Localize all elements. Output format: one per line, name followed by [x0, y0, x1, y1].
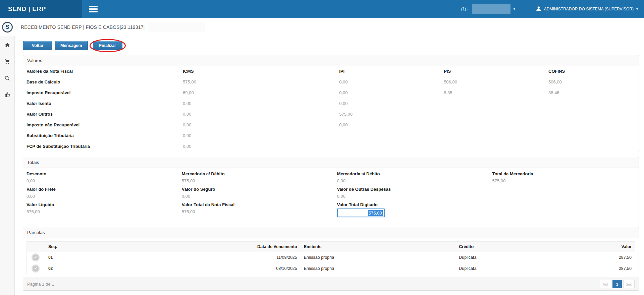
redacted-company-field[interactable] [472, 4, 511, 14]
totais-value: 575,00 [182, 178, 337, 183]
cell-seq: 01 [45, 252, 170, 263]
valores-panel: Valores Valores da Nota Fiscal ICMS IPI … [23, 55, 639, 152]
pagination-next-button[interactable]: Seg [623, 280, 635, 288]
col-ipi: IPI [336, 66, 440, 77]
parcelas-col-vencimento: Data de Vencimento [170, 242, 301, 252]
cell-ipi: 0,00 [336, 77, 440, 87]
toolbar: Voltar Mensagem Finalizar [23, 41, 639, 50]
cell-pis [440, 109, 545, 120]
totais-value: 0,00 [182, 194, 337, 199]
totais-cell-empty [492, 199, 635, 217]
sidebar-item-home[interactable] [4, 42, 11, 50]
chevron-down-icon: ▾ [636, 7, 638, 11]
page-title: RECEBIMENTO SEND ERP | FIOS E CABOS|23.1… [21, 24, 145, 30]
row-icon-cell: ✓ [27, 252, 45, 263]
parcelas-panel-title: Parcelas [23, 227, 639, 238]
totais-value: 0,00 [26, 194, 182, 199]
finalizar-annotation: Finalizar [93, 41, 122, 50]
totais-value: 0,00 [337, 178, 492, 183]
app-brand: SEND | ERP [0, 0, 82, 18]
left-column: S [0, 18, 15, 295]
sidebar-item-approve[interactable] [4, 92, 11, 99]
totais-cell: Valor Total Digitado 575,00 [337, 199, 492, 217]
cell-pis: 506,00 [440, 77, 545, 87]
valores-header-label: Valores da Nota Fiscal [23, 66, 179, 77]
check-icon[interactable]: ✓ [32, 264, 40, 273]
cell-credito: Duplicata [455, 252, 592, 263]
cell-pis [440, 141, 545, 152]
check-icon[interactable]: ✓ [32, 253, 40, 261]
totais-cell: Desconto 0,00 [26, 171, 182, 183]
col-cofins: COFINS [545, 66, 639, 77]
totais-label: Valor do Seguro [182, 187, 337, 192]
mensagem-button[interactable]: Mensagem [55, 41, 88, 50]
cell-ipi [336, 130, 440, 141]
pagination: Ant 1 Seg [600, 280, 635, 288]
table-row: Substituição Tributária 0,00 [23, 130, 639, 141]
parcelas-footer: Página 1 de 1 Ant 1 Seg [23, 278, 639, 290]
cell-cofins [545, 120, 639, 130]
totais-label: Mercadoria c/ Débito [182, 171, 337, 176]
table-row: ✓ 01 11/09/2025 Emissão propria Duplicat… [27, 252, 635, 263]
cell-pis [440, 130, 545, 141]
finalizar-button[interactable]: Finalizar [93, 41, 122, 50]
cell-cofins [545, 130, 639, 141]
cell-pis [440, 98, 545, 109]
row-label: Valor Isento [23, 98, 179, 109]
logo-cell: S [0, 18, 15, 36]
menu-toggle-button[interactable] [89, 6, 98, 12]
sidebar-item-cart[interactable] [4, 59, 11, 66]
main-frame: S [0, 18, 644, 295]
cell-vencimento: 11/09/2025 [170, 252, 301, 263]
row-label: Substituição Tributária [23, 130, 179, 141]
cell-credito: Duplicata [455, 263, 592, 274]
parcelas-header-row: Seq. Data de Vencimento Emitente Crédito… [27, 242, 635, 252]
cell-vencimento: 08/10/2025 [170, 263, 301, 274]
row-label: Imposto não Recuperável [23, 120, 179, 130]
pagination-prev-button[interactable]: Ant [600, 280, 611, 288]
valor-total-digitado-value: 575,00 [368, 210, 383, 216]
row-label: Base de Cálculo [23, 77, 179, 87]
cell-cofins: 506,00 [545, 77, 639, 87]
sidebar [0, 36, 15, 295]
valores-panel-title: Valores [23, 55, 639, 66]
col-pis: PIS [440, 66, 545, 77]
session-prefix: (1) - [461, 7, 469, 11]
totais-label: Valor Total da Nota Fiscal [182, 202, 337, 207]
page-info: Página 1 de 1 [27, 282, 54, 287]
parcelas-col-emitente: Emitente [301, 242, 456, 252]
cell-cofins: 38,46 [545, 87, 639, 98]
chevron-down-icon: ▾ [514, 7, 515, 11]
valor-total-digitado-input[interactable]: 575,00 [337, 209, 385, 217]
cell-icms: 0,00 [179, 98, 336, 109]
cell-cofins [545, 141, 639, 152]
page-header: RECEBIMENTO SEND ERP | FIOS E CABOS|23.1… [15, 18, 644, 36]
totais-value: 0,00 [26, 178, 182, 183]
totais-cell: Valor do Seguro 0,00 [182, 183, 337, 199]
company-selector[interactable]: ▾ [472, 4, 515, 14]
totais-label: Valor de Outras Despesas [337, 187, 492, 192]
totais-label: Valor Total Digitado [337, 202, 492, 207]
totais-label: Valor Líquido [26, 202, 182, 207]
table-row: Imposto Recuperável 69,00 0,00 8,35 38,4… [23, 87, 639, 98]
cell-icms: 0,00 [179, 109, 336, 120]
user-menu[interactable]: ADMINISTRADOR DO SISTEMA (SUPERVISOR) ▾ [536, 6, 638, 12]
cell-seq: 02 [45, 263, 170, 274]
voltar-button[interactable]: Voltar [23, 41, 52, 50]
col-icms: ICMS [179, 66, 336, 77]
redacted-text [148, 23, 205, 32]
cell-icms: 69,00 [179, 87, 336, 98]
cell-pis [440, 120, 545, 130]
totais-value: 575,00 [492, 178, 635, 183]
pagination-page-1-button[interactable]: 1 [612, 280, 622, 288]
sidebar-item-search[interactable] [4, 75, 11, 82]
row-icon-cell: ✓ [27, 263, 45, 274]
totais-cell: Mercadoria c/ Débito 575,00 [182, 171, 337, 183]
cell-icms: 0,00 [179, 120, 336, 130]
cell-cofins [545, 98, 639, 109]
cart-icon [4, 59, 10, 66]
cell-cofins [545, 109, 639, 120]
top-bar: SEND | ERP (1) - ▾ ADMINISTRADOR DO SIST… [0, 0, 644, 18]
totais-body: Desconto 0,00 Mercadoria c/ Débito 575,0… [23, 168, 639, 222]
valores-table: Valores da Nota Fiscal ICMS IPI PIS COFI… [23, 66, 639, 152]
